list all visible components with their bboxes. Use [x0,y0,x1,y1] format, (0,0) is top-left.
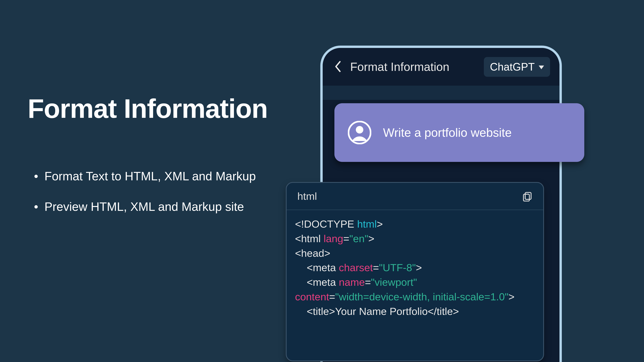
bullet-dot-icon: • [28,167,44,186]
feature-bullet: •Preview HTML, XML and Markup site [28,197,271,216]
code-language-label: html [297,190,317,202]
code-line: <meta name="viewport" [295,275,535,290]
code-line: <html lang="en"> [295,231,535,246]
feature-bullet-text: Preview HTML, XML and Markup site [44,197,271,216]
feature-bullet: •Format Text to HTML, XML and Markup [28,167,271,186]
svg-rect-3 [524,194,529,201]
code-block-header: html [286,183,543,210]
user-avatar-icon [348,121,371,144]
copy-button[interactable] [522,191,532,201]
phone-mockup: Format Information ChatGPT Write a portf… [320,45,562,362]
page-title: Format Information [28,94,271,123]
code-line: <head> [295,246,535,261]
topbar-divider [323,86,560,100]
chevron-left-icon [334,61,341,73]
model-selector[interactable]: ChatGPT [484,57,550,77]
svg-point-1 [356,126,364,134]
code-block: html <!DOCTYPE html><html lang="en"><hea… [286,182,544,361]
user-message-text: Write a portfolio website [383,126,512,139]
bullet-dot-icon: • [28,197,44,216]
code-line: <title>Your Name Portfolio</title> [295,304,535,319]
code-line: content="width=device-width, initial-sca… [295,290,535,304]
caret-down-icon [539,65,544,69]
user-message-bubble: Write a portfolio website [334,103,584,162]
feature-bullet-text: Format Text to HTML, XML and Markup [44,167,271,186]
code-block-body: <!DOCTYPE html><html lang="en"><head><me… [286,210,543,319]
svg-rect-2 [525,192,531,199]
code-line: <!DOCTYPE html> [295,217,535,231]
copy-icon [522,192,532,204]
feature-bullet-list: •Format Text to HTML, XML and Markup•Pre… [28,167,271,216]
code-line: <meta charset="UTF-8"> [295,260,535,275]
back-button[interactable] [332,61,344,73]
feature-description: Format Information •Format Text to HTML,… [28,94,271,228]
app-topbar: Format Information ChatGPT [323,48,560,86]
screen-title: Format Information [350,60,449,73]
model-selector-label: ChatGPT [490,61,535,73]
